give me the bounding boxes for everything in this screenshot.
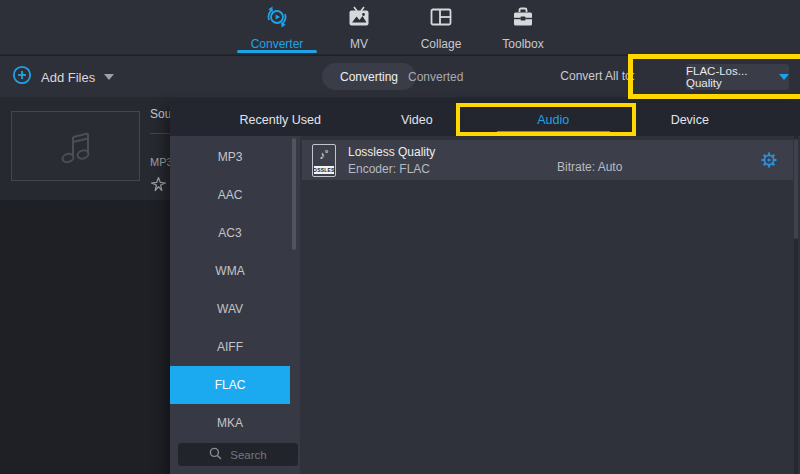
converter-icon (264, 4, 290, 34)
preset-list: ♪˚ LOSSLESS Lossless Quality Encoder: FL… (300, 136, 800, 474)
tab-audio[interactable]: Audio (485, 103, 622, 136)
convert-all-label: Convert All to: (560, 69, 635, 83)
tab-mv-label: MV (350, 37, 368, 51)
preset-row-lossless[interactable]: ♪˚ LOSSLESS Lossless Quality Encoder: FL… (302, 140, 793, 180)
sidebar-item-mp3[interactable]: MP3 (170, 138, 290, 176)
sidebar-item-aiff[interactable]: AIFF (170, 328, 290, 366)
tab-converter-label: Converter (251, 37, 304, 51)
sidebar-item-aac[interactable]: AAC (170, 176, 290, 214)
divider (150, 133, 172, 134)
active-tab-underline (237, 50, 317, 53)
chevron-down-icon (779, 74, 789, 80)
search-icon (209, 446, 222, 464)
format-sidebar: MP3 AAC AC3 WMA WAV AIFF FLAC MKA Search (170, 136, 300, 474)
add-plus-icon (12, 65, 32, 89)
preset-title: Lossless Quality (348, 145, 435, 159)
tab-toolbox-label: Toolbox (502, 37, 543, 51)
tab-toolbox[interactable]: Toolbox (483, 0, 563, 55)
chevron-down-icon (104, 74, 114, 80)
top-nav: Converter MV (0, 0, 800, 55)
audio-tab-underline (497, 131, 610, 134)
music-note-icon (52, 124, 100, 168)
sidebar-scrollbar[interactable] (292, 138, 296, 250)
music-note-icon: ♪˚ (319, 145, 328, 166)
format-category-tabs: Recently Used Video Audio Device (170, 103, 800, 136)
audio-thumbnail (11, 111, 140, 181)
top-bar: Converter MV (0, 0, 800, 55)
sidebar-item-flac[interactable]: FLAC (170, 366, 290, 404)
tab-collage-label: Collage (421, 37, 462, 51)
sidebar-item-mka[interactable]: MKA (170, 404, 290, 442)
preset-texts: Lossless Quality Encoder: FLAC (348, 145, 435, 176)
add-files-label: Add Files (41, 70, 95, 85)
tab-recently-used[interactable]: Recently Used (212, 103, 349, 136)
format-picker-popup: Recently Used Video Audio Device MP3 AAC… (170, 103, 800, 474)
converting-label: Converting (340, 70, 398, 84)
convert-all-value: FLAC-Los... Quality (686, 65, 773, 89)
tab-video[interactable]: Video (349, 103, 486, 136)
sidebar-item-wma[interactable]: WMA (170, 252, 290, 290)
tab-converted[interactable]: Converted (408, 63, 463, 90)
preset-bitrate: Bitrate: Auto (557, 160, 622, 174)
app-window: Converter MV (0, 0, 800, 474)
tab-converting[interactable]: Converting (322, 63, 416, 90)
tab-device[interactable]: Device (622, 103, 759, 136)
device-label: Device (671, 113, 709, 127)
recently-used-label: Recently Used (240, 113, 321, 127)
sidebar-item-ac3[interactable]: AC3 (170, 214, 290, 252)
toolbar: Add Files Converting Converted Convert A… (0, 56, 800, 97)
tab-mv[interactable]: MV (319, 0, 399, 55)
sidebar-item-wav[interactable]: WAV (170, 290, 290, 328)
tab-collage[interactable]: Collage (401, 0, 481, 55)
converted-label: Converted (408, 70, 463, 84)
preset-encoder: Encoder: FLAC (348, 162, 435, 176)
lossless-format-icon: ♪˚ LOSSLESS (312, 144, 336, 177)
tab-converter[interactable]: Converter (237, 0, 317, 55)
toolbox-icon (510, 4, 536, 34)
mv-icon (346, 4, 372, 34)
search-input[interactable]: Search (178, 443, 298, 466)
search-placeholder: Search (230, 449, 266, 461)
add-files-button[interactable]: Add Files (12, 63, 114, 91)
preset-list-scrollbar[interactable] (794, 136, 798, 474)
lossless-badge: LOSSLESS (314, 166, 334, 174)
settings-gear-icon[interactable] (761, 152, 777, 172)
audio-label: Audio (537, 113, 569, 127)
convert-all-dropdown[interactable]: FLAC-Los... Quality (686, 64, 789, 90)
video-label: Video (401, 113, 433, 127)
collage-icon (428, 4, 454, 34)
